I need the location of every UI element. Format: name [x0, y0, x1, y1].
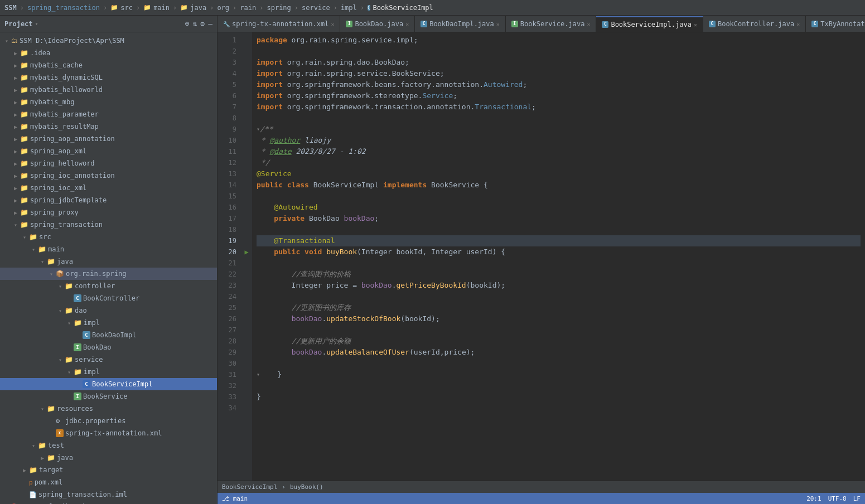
gutter-6: [241, 90, 252, 101]
tree-item-test[interactable]: ▾ 📁 test: [0, 439, 217, 452]
sidebar-dropdown-icon[interactable]: ▾: [35, 21, 38, 27]
tab-bookservice[interactable]: I BookService.java ✕: [506, 16, 597, 32]
tree-label-spring-jdbc: spring_jdbcTemplate: [30, 196, 107, 204]
tree-label-iml: spring_transaction.iml: [38, 491, 127, 498]
left-gutter: ▶: [241, 32, 252, 481]
gutter-31: [241, 369, 252, 380]
code-line-2: [257, 46, 861, 57]
tree-item-test-java[interactable]: ▶ 📁 java: [0, 452, 217, 464]
tree-item-spring-ioc-ann[interactable]: ▶ 📁 spring_ioc_annotation: [0, 169, 217, 182]
code-line-10: * @author liaojy: [257, 135, 861, 146]
tree-label-service: service: [75, 356, 103, 364]
icon-spring-tx-xml: x: [56, 429, 64, 437]
tab-txbyannotation[interactable]: C TxByAnnotation.java ✕: [806, 16, 865, 32]
tree-item-mybatis-mbg[interactable]: ▶ 📁 mybatis_mbg: [0, 96, 217, 108]
topbar-src: 📁: [110, 4, 118, 11]
tree-item-main[interactable]: ▾ 📁 main: [0, 243, 217, 255]
tree-label-bookdaoimpl: BookDaoImpl: [92, 331, 136, 339]
tree-item-dao[interactable]: ▾ 📁 dao: [0, 304, 217, 317]
tree-label-spring-tx-xml: spring-tx-annotation.xml: [65, 429, 162, 437]
topbar-java: 📁: [180, 4, 188, 11]
tree-item-ext-libs[interactable]: ▶ 📚 External Libraries: [0, 501, 217, 504]
ln-33: 33: [218, 391, 236, 403]
tree-label-dao-impl: impl: [84, 319, 100, 327]
tree-item-java[interactable]: ▾ 📁 java: [0, 255, 217, 268]
tab-bookdao[interactable]: I BookDao.java ✕: [340, 16, 415, 32]
icon-jdbc-props: ⚙: [56, 417, 64, 425]
tree-item-resources[interactable]: ▾ 📁 resources: [0, 403, 217, 415]
tree-item-bookdaoimpl[interactable]: ▶ C BookDaoImpl: [0, 329, 217, 341]
sidebar-gear-icon[interactable]: ⚙: [200, 20, 205, 28]
ln-15: 15: [218, 191, 236, 202]
tree-item-target[interactable]: ▶ 📁 target: [0, 464, 217, 476]
topbar: SSM › spring_transaction › 📁 src › 📁 mai…: [0, 0, 865, 16]
tree-item-bookcontroller[interactable]: ▶ C BookController: [0, 292, 217, 304]
tree-item-service[interactable]: ▾ 📁 service: [0, 353, 217, 366]
tree-item-mybatis-result[interactable]: ▶ 📁 mybatis_resultMap: [0, 120, 217, 133]
tree-item-pom[interactable]: ▶ p pom.xml: [0, 476, 217, 488]
tab-close-spring-tx-xml[interactable]: ✕: [331, 21, 334, 27]
ln-17: 17: [218, 213, 236, 224]
tree-item-spring-aop-ann[interactable]: ▶ 📁 spring_aop_annotation: [0, 133, 217, 145]
tree-item-idea[interactable]: ▶ 📁 .idea: [0, 47, 217, 59]
gutter-17: [241, 213, 252, 224]
gutter-22: [241, 269, 252, 280]
tree-item-bookserviceimpl[interactable]: ▶ C BookServiceImpl: [0, 378, 217, 390]
tree-label-controller: controller: [75, 282, 115, 290]
tab-bookcontroller[interactable]: C BookController.java ✕: [703, 16, 806, 32]
tree-item-jdbc-props[interactable]: ▶ ⚙ jdbc.properties: [0, 415, 217, 427]
tree-item-spring-tx-xml[interactable]: ▶ x spring-tx-annotation.xml: [0, 427, 217, 439]
gutter-23: [241, 280, 252, 291]
tree-item-iml[interactable]: ▶ 📄 spring_transaction.iml: [0, 488, 217, 501]
tab-close-bookdaoimpl[interactable]: ✕: [496, 21, 500, 27]
ln-12: 12: [218, 157, 236, 168]
icon-iml: 📄: [29, 491, 37, 498]
tree-item-bookservice[interactable]: ▶ I BookService: [0, 390, 217, 403]
tree-label-org-rain-spring: org.rain.spring: [66, 270, 126, 278]
tree-label-mybatis-dynamic: mybatis_dynamicSQL: [30, 74, 103, 81]
tab-close-bookcontroller[interactable]: ✕: [796, 21, 800, 27]
sidebar-scroll-icon[interactable]: ⇅: [193, 20, 197, 28]
code-line-28: //更新用户的余额: [257, 336, 861, 347]
tree-item-spring-tx[interactable]: ▾ 📁 spring_transaction: [0, 219, 217, 231]
tree-item-service-impl[interactable]: ▾ 📁 impl: [0, 366, 217, 378]
tab-bookserviceimpl[interactable]: C BookServiceImpl.java ✕: [596, 16, 703, 32]
gutter-20[interactable]: ▶: [241, 246, 252, 258]
tab-spring-tx-xml[interactable]: 🔧 spring-tx-annotation.xml ✕: [218, 16, 340, 32]
ln-22: 22: [218, 269, 236, 280]
tab-close-bookserviceimpl[interactable]: ✕: [694, 22, 697, 28]
code-line-31: ▾ }: [257, 369, 861, 380]
code-line-14: public class BookServiceImpl implements …: [257, 180, 861, 191]
arrow-ssm: ▾: [2, 38, 11, 44]
tree-item-mybatis-dynamic[interactable]: ▶ 📁 mybatis_dynamicSQL: [0, 71, 217, 84]
tree-item-dao-impl[interactable]: ▾ 📁 impl: [0, 317, 217, 329]
topbar-src-label: src: [120, 4, 133, 12]
tree-label-mybatis-result: mybatis_resultMap: [30, 123, 99, 130]
sidebar-settings-icon[interactable]: ⊕: [185, 20, 190, 28]
tree-item-spring-proxy[interactable]: ▶ 📁 spring_proxy: [0, 206, 217, 219]
tree-item-controller[interactable]: ▾ 📁 controller: [0, 280, 217, 292]
tab-close-bookdao[interactable]: ✕: [405, 21, 409, 27]
tab-bookdaoimpl[interactable]: C BookDaoImpl.java ✕: [415, 16, 506, 32]
bottom-left: BookServiceImpl: [222, 483, 277, 491]
tree-item-spring-aop-xml[interactable]: ▶ 📁 spring_aop_xml: [0, 145, 217, 157]
ln-32: 32: [218, 380, 236, 391]
code-area[interactable]: package org.rain.spring.service.impl; im…: [252, 32, 865, 481]
tree-item-spring-jdbc[interactable]: ▶ 📁 spring_jdbcTemplate: [0, 194, 217, 206]
tree-item-bookdao[interactable]: ▶ I BookDao: [0, 341, 217, 353]
gutter-1: [241, 35, 252, 46]
gutter-25: [241, 302, 252, 313]
sidebar-close-icon[interactable]: —: [208, 20, 212, 28]
tree-item-mybatis-param[interactable]: ▶ 📁 mybatis_parameter: [0, 108, 217, 120]
tree-item-mybatis-hello[interactable]: ▶ 📁 mybatis_helloworld: [0, 84, 217, 96]
gutter-9: [241, 124, 252, 135]
gutter-11: [241, 146, 252, 157]
tab-close-bookservice[interactable]: ✕: [587, 21, 590, 27]
tree-item-src[interactable]: ▾ 📁 src: [0, 231, 217, 243]
tree-item-spring-hello[interactable]: ▶ 📁 spring_helloword: [0, 157, 217, 169]
tree-item-ssm[interactable]: ▾ 🗂 SSM D:\IdeaProject\Apr\SSM: [0, 35, 217, 47]
code-line-5: import org.springframework.beans.factory…: [257, 79, 861, 90]
tree-item-mybatis-cache[interactable]: ▶ 📁 mybatis_cache: [0, 59, 217, 71]
tree-item-spring-ioc-xml[interactable]: ▶ 📁 spring_ioc_xml: [0, 182, 217, 194]
tree-item-org-rain-spring[interactable]: ▾ 📦 org.rain.spring: [0, 268, 217, 280]
